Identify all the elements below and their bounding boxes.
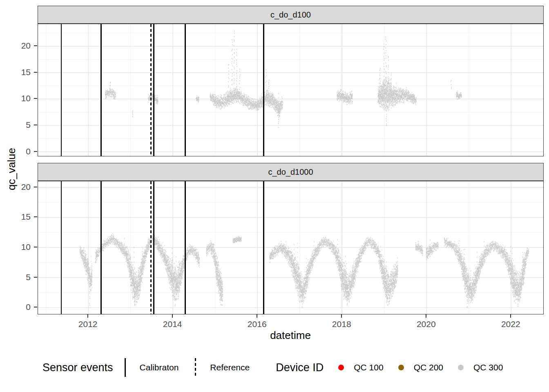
y-tick-mark	[34, 216, 37, 217]
reference-line-key-icon	[195, 358, 196, 377]
calibration-event-line	[185, 24, 186, 156]
y-tick-label: 20	[7, 41, 31, 50]
facet-strip-label-top: c_do_d100	[270, 10, 311, 20]
y-tick-mark	[34, 187, 37, 187]
y-tick-label: 15	[7, 212, 31, 221]
calibration-line-key-icon	[125, 358, 126, 377]
scatter-canvas-bottom	[38, 181, 544, 314]
qc300-dot-icon	[458, 365, 464, 370]
qc200-dot-icon	[398, 365, 404, 370]
calibration-event-line	[100, 181, 102, 314]
calibration-event-line	[100, 24, 102, 156]
calibration-event-line	[61, 24, 62, 156]
y-tick-label: 20	[7, 182, 31, 192]
x-tick-label: 2016	[239, 319, 275, 329]
calibration-event-line	[263, 24, 264, 156]
x-tick-mark	[426, 314, 426, 318]
legend-item-qc300: QC 300	[458, 363, 503, 372]
y-tick-mark	[34, 247, 37, 247]
reference-event-line	[150, 24, 152, 156]
x-tick-label: 2014	[154, 319, 191, 329]
x-tick-mark	[172, 314, 173, 318]
x-tick-mark	[87, 314, 88, 318]
x-tick-mark	[510, 314, 511, 318]
scatter-canvas-top	[38, 24, 544, 156]
facet-strip-label-bottom: c_do_d1000	[268, 167, 313, 177]
x-tick-label: 2020	[408, 319, 444, 329]
y-tick-label: 0	[7, 147, 31, 156]
y-tick-mark	[34, 98, 37, 99]
x-tick-label: 2012	[69, 319, 106, 329]
calibration-event-line	[61, 181, 62, 314]
y-tick-label: 0	[7, 302, 31, 312]
calibration-event-line	[153, 24, 154, 156]
y-tick-label: 10	[7, 242, 31, 252]
qc100-dot-icon	[338, 365, 344, 370]
y-tick-mark	[34, 72, 37, 73]
facet-strip-top: c_do_d100	[38, 6, 544, 24]
y-tick-mark	[34, 307, 37, 307]
y-tick-label: 15	[7, 67, 31, 77]
calibration-event-line	[185, 181, 186, 314]
reference-event-line	[150, 181, 152, 314]
y-tick-mark	[34, 45, 37, 46]
facet-panel-top	[38, 24, 544, 156]
device-id-legend-title: Device ID	[276, 361, 324, 374]
y-tick-label: 10	[7, 94, 31, 103]
facet-panel-bottom	[38, 181, 544, 314]
calibration-event-line	[263, 181, 264, 314]
faceted-scatter-figure: qc_value c_do_d100 c_do_d1000 0510152005…	[0, 0, 549, 392]
x-tick-label: 2022	[492, 319, 529, 329]
y-tick-label: 5	[7, 120, 31, 129]
qc200-label: QC 200	[414, 363, 443, 372]
x-tick-mark	[257, 314, 257, 318]
y-tick-mark	[34, 125, 37, 125]
x-axis-title: datetime	[229, 329, 352, 342]
x-tick-label: 2018	[323, 319, 360, 329]
qc300-label: QC 300	[473, 363, 503, 372]
y-tick-label: 5	[7, 272, 31, 282]
calibration-label: Calibraton	[140, 363, 179, 372]
reference-label: Reference	[210, 363, 250, 372]
legend: Sensor events Calibraton Reference Devic…	[42, 356, 503, 379]
y-tick-mark	[34, 151, 37, 152]
legend-device-id: Device ID QC 100 QC 200 QC 300	[276, 361, 503, 374]
calibration-event-line	[153, 181, 154, 314]
x-tick-mark	[341, 314, 342, 318]
legend-item-qc200: QC 200	[398, 363, 443, 372]
y-tick-mark	[34, 277, 37, 278]
legend-sensor-events: Sensor events Calibraton Reference	[42, 358, 250, 377]
facet-strip-bottom: c_do_d1000	[38, 163, 544, 181]
legend-item-qc100: QC 100	[338, 363, 383, 372]
sensor-events-legend-title: Sensor events	[42, 361, 113, 374]
qc100-label: QC 100	[354, 363, 383, 372]
